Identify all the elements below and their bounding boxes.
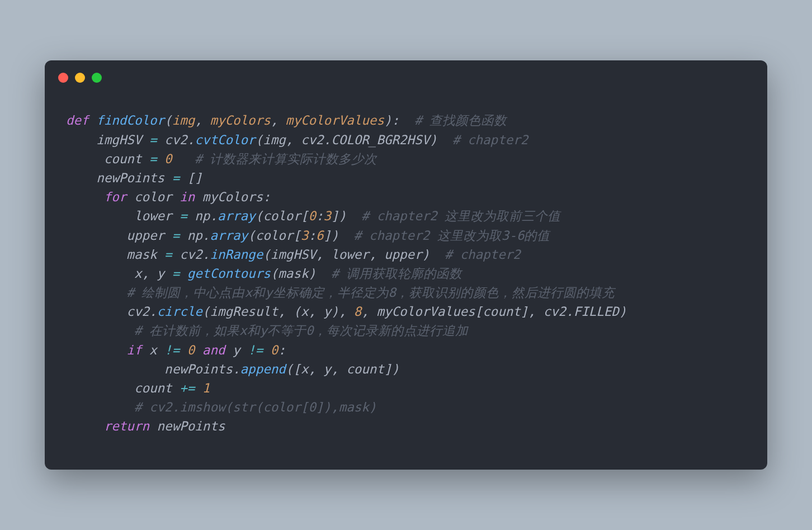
code-token: myColors [202, 190, 263, 204]
code-token [346, 209, 361, 223]
code-token: for [104, 190, 134, 204]
code-token: : [278, 343, 286, 357]
code-token: 1 [202, 381, 210, 395]
code-token: , [316, 247, 331, 262]
minimize-icon[interactable] [75, 73, 85, 83]
code-token [399, 113, 414, 127]
code-token: : [263, 190, 271, 204]
code-token: ], [521, 304, 544, 319]
code-token: , [195, 113, 210, 127]
code-token: = [180, 209, 195, 223]
code-token: myColors [210, 113, 270, 127]
code-token: # chapter2 [445, 247, 520, 262]
code-token: ) [429, 132, 437, 147]
code-token: ( [256, 209, 263, 223]
code-token: count [66, 152, 149, 166]
code-token: array [218, 209, 256, 223]
code-token: def [66, 113, 96, 127]
code-token: count [483, 304, 521, 319]
code-token: = [172, 266, 187, 281]
code-token: . [566, 304, 574, 319]
code-token [316, 266, 331, 281]
code-token: . [149, 304, 157, 319]
code-token: # cv2.imshow(str(color[0]),mask) [134, 400, 376, 414]
code-token [437, 132, 452, 147]
code-token: , [308, 362, 323, 376]
code-token: inRange [210, 247, 263, 262]
code-token: = [172, 171, 187, 185]
code-token: 8 [354, 304, 362, 319]
code-token: ( [202, 304, 210, 319]
code-token: np [187, 228, 202, 243]
code-token: getContours [187, 266, 271, 281]
code-window: def findColor(img, myColors, myColorValu… [45, 60, 767, 469]
code-token: img [263, 132, 286, 147]
code-token: , [369, 247, 384, 262]
code-token: # chapter2 这里改为取3-6的值 [354, 228, 550, 243]
code-token: [ [301, 209, 309, 223]
code-token: . [187, 132, 195, 147]
close-icon[interactable] [58, 73, 68, 83]
code-token: imgHSV [271, 247, 316, 262]
code-token: , [271, 113, 286, 127]
code-token [66, 343, 126, 357]
code-token [66, 400, 134, 414]
code-token: 3 [324, 209, 332, 223]
code-token: ) [422, 247, 430, 262]
code-token: mask [66, 247, 164, 262]
code-token: = [164, 247, 180, 262]
code-token: , [309, 304, 324, 319]
code-token: . [324, 132, 332, 147]
code-token: y [324, 304, 332, 319]
code-token: upper [66, 228, 172, 243]
code-token: mask [278, 266, 308, 281]
code-token: # 绘制圆，中心点由x和y坐标确定，半径定为8，获取识别的颜色，然后进行圆的填充 [126, 285, 615, 300]
code-token: , [361, 304, 376, 319]
code-token: != [248, 343, 271, 357]
code-token: cv2 [180, 247, 202, 262]
code-token: # 计数器来计算实际计数多少次 [195, 152, 377, 166]
code-token: imgResult [210, 304, 278, 319]
code-token: . [202, 247, 210, 262]
code-token: circle [157, 304, 202, 319]
code-token: ), [331, 304, 354, 319]
code-token: [] [187, 171, 202, 185]
code-token: newPoints [66, 171, 172, 185]
code-token: = [149, 132, 164, 147]
code-token: ]) [384, 362, 399, 376]
code-token: [ [293, 228, 301, 243]
code-token [172, 152, 195, 166]
code-token [339, 228, 354, 243]
code-token: cv2 [66, 304, 149, 319]
zoom-icon[interactable] [92, 73, 102, 83]
code-token: color [134, 190, 180, 204]
code-token: y [157, 266, 172, 281]
titlebar [45, 60, 767, 83]
code-token: x [301, 304, 309, 319]
code-token: # chapter2 这里改为取前三个值 [361, 209, 560, 223]
code-token: x [301, 362, 309, 376]
code-token [66, 323, 134, 338]
code-token: array [210, 228, 248, 243]
code-token: ) [619, 304, 627, 319]
code-token: , [286, 132, 301, 147]
code-token: 0 [271, 343, 278, 357]
code-token: ([ [286, 362, 301, 376]
code-token: cv2 [164, 132, 187, 147]
code-token: np [195, 209, 210, 223]
code-token: return [104, 419, 157, 433]
code-token: newPoints [157, 419, 225, 433]
code-token: ) [309, 266, 317, 281]
code-token [66, 419, 104, 433]
code-token: 0 [309, 209, 317, 223]
code-token: : [316, 209, 324, 223]
code-token: y [233, 343, 248, 357]
code-token: ]) [324, 228, 339, 243]
code-token: count [66, 381, 180, 395]
code-token: . [202, 228, 210, 243]
code-token: # chapter2 [452, 132, 528, 147]
code-token: y [324, 362, 332, 376]
code-token: count [346, 362, 384, 376]
code-token: ( [256, 132, 263, 147]
code-block: def findColor(img, myColors, myColorValu… [45, 83, 767, 469]
